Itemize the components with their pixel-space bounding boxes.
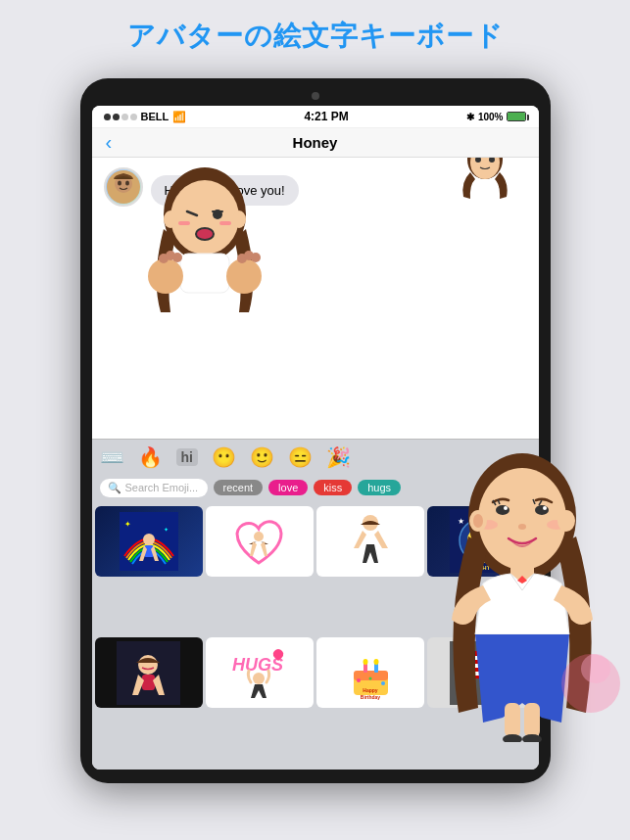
svg-text:★: ★ xyxy=(458,517,464,526)
dark-sticker-svg xyxy=(117,641,180,705)
sticker-cell-4[interactable]: ★ ★ GOOD NIGHT xyxy=(427,506,535,577)
svg-point-21 xyxy=(251,253,261,262)
main-sticker xyxy=(131,158,278,314)
svg-point-54 xyxy=(363,659,367,665)
svg-point-58 xyxy=(357,678,361,682)
search-placeholder: Search Emoji... xyxy=(125,482,199,493)
tablet-camera xyxy=(312,92,319,100)
svg-point-49 xyxy=(253,673,265,684)
battery-fill xyxy=(508,113,525,120)
bluetooth-icon: ✱ xyxy=(466,112,474,122)
svg-point-14 xyxy=(148,258,183,294)
girl-sticker-svg xyxy=(136,161,273,312)
svg-rect-47 xyxy=(142,675,155,690)
svg-point-32 xyxy=(254,532,264,541)
search-icon: 🔍 xyxy=(108,482,121,494)
svg-rect-13 xyxy=(180,254,229,293)
signal-dot-4 xyxy=(130,114,137,120)
svg-text:✦: ✦ xyxy=(164,527,169,533)
sticker-cell-5[interactable] xyxy=(95,637,203,708)
svg-point-44 xyxy=(475,533,487,544)
time-display: 4:21 PM xyxy=(304,110,348,123)
signal-dot-3 xyxy=(121,114,128,120)
tablet-screen: BELL 📶 4:21 PM ✱ 100% ‹ Honey xyxy=(92,106,539,770)
sticker-grid: ✦ ✦ xyxy=(92,503,539,770)
page-title: アバターの絵文字キーボード xyxy=(0,0,630,65)
hugs-sticker-svg: HUGS xyxy=(227,641,291,705)
keyboard-icon[interactable]: ⌨️ xyxy=(100,445,124,469)
chat-area: Hey, baby, I love you! xyxy=(92,158,539,439)
sticker-cell-8[interactable]: ★★ ★★ xyxy=(427,637,535,708)
small-girl-sticker xyxy=(456,158,514,207)
party-icon[interactable]: 🎉 xyxy=(326,445,351,469)
sticker-cell-2[interactable] xyxy=(206,506,314,577)
svg-point-85 xyxy=(557,510,575,532)
sticker-cell-3[interactable] xyxy=(316,506,424,577)
sticker-cell-6[interactable]: HUGS xyxy=(206,637,314,708)
back-button[interactable]: ‹ xyxy=(106,131,113,154)
svg-point-93 xyxy=(581,654,610,683)
svg-rect-7 xyxy=(178,221,190,225)
svg-point-30 xyxy=(143,534,155,545)
signal-dot-1 xyxy=(104,114,111,120)
face-icon-1[interactable]: 😶 xyxy=(212,445,236,469)
tinder-icon[interactable]: 🔥 xyxy=(138,445,163,469)
tag-kiss[interactable]: kiss xyxy=(314,480,352,495)
svg-text:Happy: Happy xyxy=(363,687,378,693)
svg-rect-35 xyxy=(365,531,375,544)
svg-point-2 xyxy=(118,181,121,186)
svg-point-17 xyxy=(172,253,182,262)
signal-dot-2 xyxy=(113,114,120,120)
svg-point-59 xyxy=(381,681,385,685)
svg-point-3 xyxy=(125,181,129,186)
nav-bar: ‹ Honey xyxy=(92,128,539,158)
battery-label: 100% xyxy=(478,112,504,122)
svg-rect-68 xyxy=(460,672,499,676)
face-icon-3[interactable]: 😑 xyxy=(288,445,313,469)
search-box[interactable]: 🔍 Search Emoji... xyxy=(100,479,208,497)
svg-point-60 xyxy=(368,677,371,679)
search-row: 🔍 Search Emoji... recent love kiss hugs xyxy=(92,475,539,503)
svg-rect-26 xyxy=(473,179,497,201)
battery-icon xyxy=(507,112,526,121)
svg-point-10 xyxy=(197,229,213,239)
svg-text:GOOD: GOOD xyxy=(472,558,491,564)
svg-point-18 xyxy=(226,258,262,294)
svg-point-12 xyxy=(232,210,246,228)
nav-title: Honey xyxy=(293,134,338,151)
emoji-toolbar[interactable]: ⌨️ 🔥 hi 😶 🙂 😑 🎉 xyxy=(92,439,539,475)
hi-label[interactable]: hi xyxy=(176,448,198,466)
svg-text:★: ★ xyxy=(499,558,504,564)
svg-point-55 xyxy=(373,659,378,665)
wifi-icon: 📶 xyxy=(172,111,186,123)
carrier-label: BELL xyxy=(141,111,170,122)
sticker-cell-7[interactable]: Happy Birthday xyxy=(316,637,424,708)
good-night-sticker: ★ ★ GOOD NIGHT xyxy=(450,509,513,573)
svg-text:★★: ★★ xyxy=(461,662,470,668)
tag-recent[interactable]: recent xyxy=(214,480,264,495)
face-icon-2[interactable]: 🙂 xyxy=(250,445,274,469)
flag-sticker-svg: ★★ ★★ xyxy=(450,641,513,705)
svg-point-5 xyxy=(170,180,239,255)
tag-hugs[interactable]: hugs xyxy=(358,480,401,495)
heart-sticker-svg xyxy=(227,509,291,573)
sticker-cell-1[interactable]: ✦ ✦ xyxy=(95,506,203,577)
svg-text:✦: ✦ xyxy=(124,520,131,529)
svg-rect-8 xyxy=(219,221,231,225)
svg-rect-67 xyxy=(460,668,499,672)
svg-point-92 xyxy=(561,654,620,713)
small-sticker xyxy=(456,158,519,211)
svg-rect-69 xyxy=(460,676,499,678)
tablet-frame: BELL 📶 4:21 PM ✱ 100% ‹ Honey xyxy=(80,78,551,783)
birthday-sticker-svg: Happy Birthday xyxy=(339,641,403,705)
tag-love[interactable]: love xyxy=(268,480,308,495)
svg-text:NIGHT: NIGHT xyxy=(472,565,491,571)
svg-rect-74 xyxy=(495,692,503,702)
svg-text:Birthday: Birthday xyxy=(360,694,380,700)
svg-point-6 xyxy=(213,210,222,219)
pose-sticker-svg xyxy=(339,509,403,573)
status-bar: BELL 📶 4:21 PM ✱ 100% xyxy=(92,106,539,128)
svg-point-11 xyxy=(164,210,177,228)
rainbow-sticker-svg: ✦ ✦ xyxy=(120,512,178,571)
